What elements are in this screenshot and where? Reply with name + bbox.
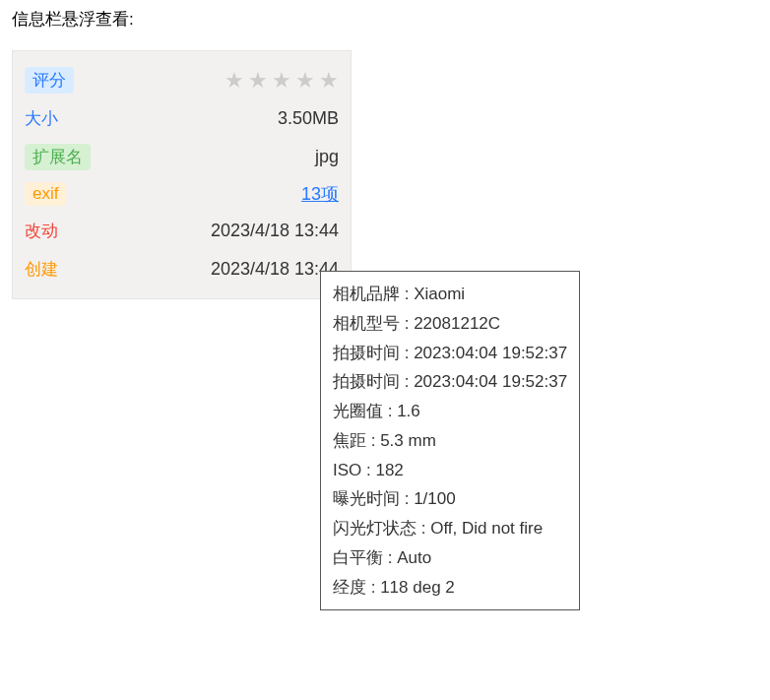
section-heading: 信息栏悬浮查看: [0, 0, 770, 38]
star-icon[interactable]: ★ [319, 68, 339, 94]
star-icon[interactable]: ★ [248, 68, 268, 94]
value-extension: jpg [315, 147, 339, 167]
tooltip-line: ISO : 182 [333, 456, 567, 485]
row-exif: exif 13项 [25, 176, 339, 212]
row-size: 大小 3.50MB [25, 99, 339, 138]
info-panel: 评分 ★ ★ ★ ★ ★ 大小 3.50MB 扩展名 jpg exif 13项 … [12, 50, 352, 299]
tooltip-line: 经度 : 118 deg 2 [333, 573, 567, 603]
tooltip-line: 光圈值 : 1.6 [333, 397, 567, 426]
star-icon[interactable]: ★ [295, 68, 315, 94]
label-modified: 改动 [25, 218, 58, 244]
tooltip-line: 相机型号 : 22081212C [333, 309, 567, 339]
tooltip-line: 闪光灯状态 : Off, Did not fire [333, 514, 567, 543]
row-rating: 评分 ★ ★ ★ ★ ★ [25, 61, 339, 99]
rating-stars[interactable]: ★ ★ ★ ★ ★ [225, 68, 339, 94]
row-created: 创建 2023/4/18 13:44 [25, 250, 339, 288]
tooltip-line: 拍摄时间 : 2023:04:04 19:52:37 [333, 339, 567, 368]
tooltip-line: 曝光时间 : 1/100 [333, 484, 567, 514]
star-icon[interactable]: ★ [272, 68, 291, 94]
label-created: 创建 [25, 256, 58, 283]
exif-tooltip: 相机品牌 : Xiaomi 相机型号 : 22081212C 拍摄时间 : 20… [320, 271, 580, 610]
row-extension: 扩展名 jpg [25, 138, 339, 176]
row-modified: 改动 2023/4/18 13:44 [25, 212, 339, 250]
label-size: 大小 [25, 105, 58, 132]
tooltip-line: 拍摄时间 : 2023:04:04 19:52:37 [333, 367, 567, 397]
label-extension: 扩展名 [25, 144, 91, 170]
value-size: 3.50MB [278, 108, 339, 129]
label-rating: 评分 [25, 67, 74, 94]
tooltip-line: 焦距 : 5.3 mm [333, 426, 567, 456]
tooltip-line: 相机品牌 : Xiaomi [333, 280, 567, 309]
star-icon[interactable]: ★ [225, 68, 244, 94]
tooltip-line: 白平衡 : Auto [333, 543, 567, 573]
value-modified: 2023/4/18 13:44 [211, 221, 339, 241]
label-exif: exif [25, 182, 66, 206]
exif-link[interactable]: 13项 [301, 182, 339, 206]
